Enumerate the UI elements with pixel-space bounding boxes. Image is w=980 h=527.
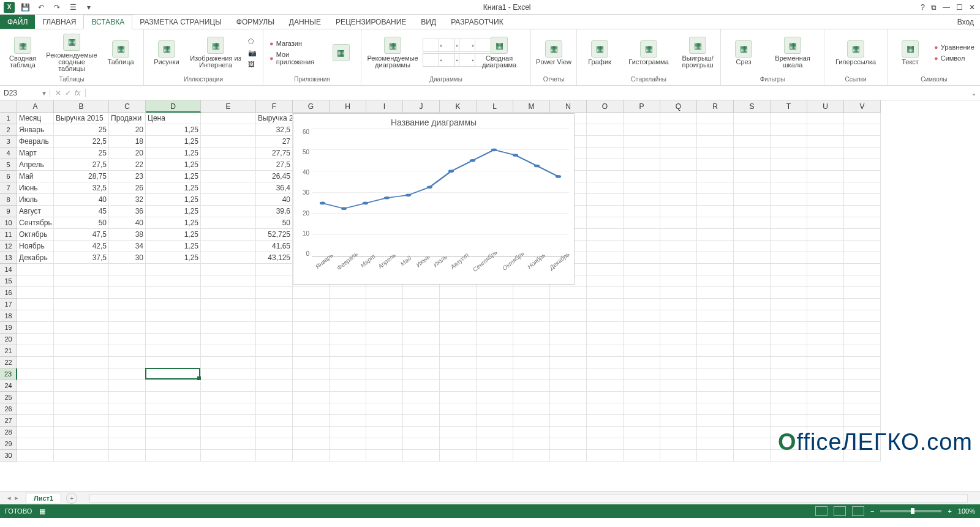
ribbon-btn[interactable]: ▦Таблица (102, 31, 140, 74)
cell[interactable] (734, 136, 771, 148)
cell[interactable] (366, 415, 403, 427)
cell[interactable] (771, 229, 807, 241)
cell[interactable] (624, 136, 660, 148)
row-header-11[interactable]: 11 (0, 229, 17, 241)
ribbon-btn[interactable]: ▦Срез (725, 31, 763, 74)
cell[interactable] (697, 206, 734, 217)
cell[interactable] (624, 287, 660, 299)
cell[interactable] (17, 368, 54, 380)
cell[interactable] (403, 334, 440, 345)
cell[interactable] (440, 322, 477, 334)
cell[interactable] (771, 136, 807, 148)
cell[interactable] (550, 403, 587, 415)
cell[interactable] (734, 380, 771, 392)
cell[interactable] (109, 380, 146, 392)
ribbon-btn[interactable]: ▦Рекомендуемые диаграммы (365, 31, 420, 74)
cell[interactable] (771, 275, 807, 287)
cell[interactable] (660, 264, 697, 275)
cell[interactable] (550, 322, 587, 334)
cell[interactable] (734, 287, 771, 299)
row-header-13[interactable]: 13 (0, 252, 17, 264)
cell[interactable] (330, 438, 366, 450)
cell[interactable] (697, 241, 734, 252)
cell[interactable] (513, 415, 550, 427)
cell[interactable] (17, 427, 54, 438)
cell[interactable] (201, 427, 256, 438)
ribbon-display-icon[interactable]: ⧉ (931, 3, 937, 12)
cell[interactable]: 28,75 (54, 171, 109, 182)
cell[interactable] (550, 438, 587, 450)
cell[interactable] (201, 403, 256, 415)
cell[interactable] (697, 357, 734, 368)
cell[interactable] (844, 229, 881, 241)
cell[interactable] (17, 357, 54, 368)
cell[interactable] (54, 345, 109, 357)
row-header-15[interactable]: 15 (0, 275, 17, 287)
cell[interactable] (201, 171, 256, 182)
cell[interactable] (771, 357, 807, 368)
cell[interactable] (660, 287, 697, 299)
cell[interactable] (807, 229, 844, 241)
cell[interactable]: 45 (54, 206, 109, 217)
col-header-J[interactable]: J (403, 100, 440, 113)
cell[interactable] (201, 322, 256, 334)
chevron-down-icon[interactable]: ▾ (42, 89, 46, 97)
cell[interactable] (660, 275, 697, 287)
cell[interactable] (660, 310, 697, 322)
cell[interactable] (771, 403, 807, 415)
cell[interactable] (587, 159, 624, 171)
cell[interactable] (256, 368, 293, 380)
cell[interactable] (256, 380, 293, 392)
cell[interactable]: 47,5 (54, 229, 109, 241)
cell[interactable]: 32,5 (54, 182, 109, 194)
cell[interactable] (844, 357, 881, 368)
horizontal-scrollbar[interactable] (89, 494, 968, 503)
cell[interactable] (771, 159, 807, 171)
ribbon-btn[interactable]: ▦Power View (535, 31, 573, 74)
ribbon-small-btn[interactable]: ● Магазин (267, 39, 322, 48)
cell[interactable] (587, 206, 624, 217)
cell[interactable] (201, 345, 256, 357)
cell[interactable] (201, 194, 256, 206)
cell[interactable] (403, 403, 440, 415)
cell[interactable] (403, 392, 440, 403)
cell[interactable] (697, 392, 734, 403)
cell[interactable]: Апрель (17, 159, 54, 171)
cell[interactable] (624, 392, 660, 403)
cell[interactable] (807, 392, 844, 403)
cell[interactable] (109, 415, 146, 427)
cell[interactable] (477, 427, 513, 438)
cell[interactable] (844, 310, 881, 322)
cell[interactable] (109, 450, 146, 462)
cell[interactable] (844, 392, 881, 403)
cell[interactable] (624, 206, 660, 217)
cell[interactable] (17, 334, 54, 345)
cell[interactable] (624, 299, 660, 310)
cell[interactable] (440, 392, 477, 403)
tab-вставка[interactable]: ВСТАВКА (83, 15, 132, 29)
cell[interactable] (697, 310, 734, 322)
cell[interactable] (844, 322, 881, 334)
cell[interactable] (771, 217, 807, 229)
cell[interactable] (624, 403, 660, 415)
cell[interactable] (844, 171, 881, 182)
cell[interactable] (201, 450, 256, 462)
cell[interactable] (54, 438, 109, 450)
cell[interactable]: Продажи (109, 113, 146, 124)
cell[interactable] (844, 124, 881, 136)
cell[interactable] (844, 438, 881, 450)
cell[interactable] (771, 438, 807, 450)
cell[interactable]: 50 (54, 217, 109, 229)
cell[interactable] (366, 380, 403, 392)
tab-вид[interactable]: ВИД (413, 15, 443, 29)
cell[interactable] (624, 427, 660, 438)
help-icon[interactable]: ? (921, 3, 925, 12)
cell[interactable] (201, 252, 256, 264)
cell[interactable] (624, 438, 660, 450)
cell[interactable] (734, 217, 771, 229)
fx-icon[interactable]: fx (75, 89, 80, 97)
cell[interactable] (660, 148, 697, 159)
cell[interactable] (440, 427, 477, 438)
ribbon-btn[interactable]: ▦Выигрыш/ проигрыш (679, 31, 717, 74)
cell[interactable] (624, 241, 660, 252)
